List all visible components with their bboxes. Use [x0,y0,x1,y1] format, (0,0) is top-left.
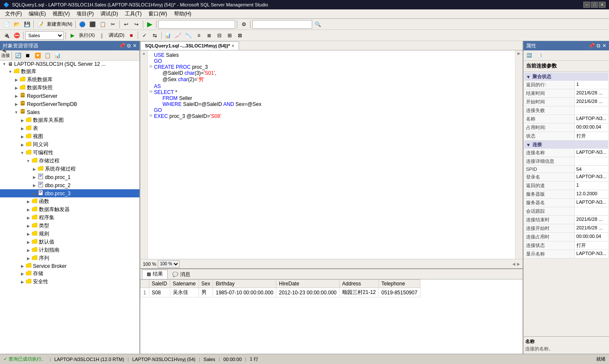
tree-node-proc3[interactable]: ▶dbo.proc_3 [0,189,139,197]
menu-item-d[interactable]: 调试(D) [97,9,121,18]
tree-node-tables[interactable]: ▶表 [0,124,139,132]
tree-expand-snapshots[interactable]: ▶ [13,86,20,90]
search-btn[interactable]: 🔍 [313,20,322,29]
tree-node-rules[interactable]: ▶规则 [0,230,139,238]
db-selector[interactable]: Sales [25,31,64,40]
exec-label[interactable]: 执行(X) [78,32,96,38]
parse-btn[interactable]: ✓ [140,31,149,40]
props-sort-btn[interactable]: 🔤 [524,51,534,60]
disconnect-btn[interactable]: ⛔ [12,31,21,40]
tree-node-types[interactable]: ▶类型 [0,222,139,230]
tree-expand-stored-procs[interactable]: ▼ [25,159,32,163]
setting-btn[interactable]: ⚙ [239,20,248,29]
collapse-btn-11[interactable]: ⊖ [148,113,154,117]
tree-node-reportserver[interactable]: ▶ReportServer [0,92,139,100]
tree-expand-diagrams[interactable]: ▶ [19,118,26,123]
tree-expand-service-broker[interactable]: ▶ [19,264,26,268]
new-query-label[interactable]: 新建查询(N) [46,21,74,27]
tree-expand-rules[interactable]: ▶ [25,232,32,236]
open-btn[interactable]: 📂 [12,20,21,29]
undo-btn[interactable]: ↩ [121,20,131,29]
save-btn[interactable]: 💾 [22,20,32,29]
props-close-icon[interactable]: ✕ [602,43,606,49]
stop-btn[interactable]: ■ [127,31,136,40]
tree-node-synonyms[interactable]: ▶同义词 [0,141,139,149]
tree-node-proc1[interactable]: ▶dbo.proc_1 [0,173,139,181]
scroll-left-arrow[interactable]: ◀ [512,262,515,266]
props-section-connection[interactable]: ▼连接 [524,141,608,149]
tb-b5[interactable]: ≣ [204,31,214,40]
tb-b8[interactable]: ⊠ [235,31,245,40]
tb-b1[interactable]: 📊 [163,31,173,40]
zoom-select[interactable]: 100 % [158,260,180,268]
exec-btn[interactable]: ▶ [68,31,77,40]
oe-connect-btn[interactable]: 🔌 连接· [1,51,10,60]
tree-expand-synonyms[interactable]: ▶ [19,143,26,147]
tree-node-functions[interactable]: ▶函数 [0,197,139,205]
editor-tab-main[interactable]: SQLQuery1.sql -...3SLOC1H\myj (54))* × [140,41,239,50]
scroll-right-arrow[interactable]: ▶ [517,262,520,266]
tree-node-programmability[interactable]: ▼可编程性 [0,149,139,157]
tree-node-reporttemp[interactable]: ▶ReportServerTempDB [0,100,139,108]
btn4[interactable]: ⬛ [88,20,97,29]
tree-node-proc2[interactable]: ▶dbo.proc_2 [0,181,139,189]
btn6[interactable]: ✂ [108,20,118,29]
tree-expand-programmability[interactable]: ▼ [19,151,26,155]
oe-stop-btn[interactable]: ⏹ [23,51,33,60]
tree-expand-security[interactable]: ▶ [19,280,26,284]
menu-item-e[interactable]: 编辑(E) [25,9,49,18]
tree-expand-functions[interactable]: ▶ [25,200,32,204]
collapse-btn-3[interactable]: ⊖ [148,64,154,68]
tree-node-sys-procs[interactable]: ▶系统存储过程 [0,165,139,173]
tree-expand-storage[interactable]: ▶ [19,272,26,276]
new-btn[interactable]: 📄 [2,20,11,29]
tb-b4[interactable]: ≡ [194,31,204,40]
tree-node-diagrams[interactable]: ▶数据库关系图 [0,116,139,124]
props-section-aggregate[interactable]: ▼聚合状态 [524,73,608,81]
tree-expand-defaults[interactable]: ▶ [25,240,32,244]
tb-b3[interactable]: 📉 [184,31,193,40]
props-pin-icon[interactable]: 📌 [588,43,595,49]
tree-expand-sequences[interactable]: ▶ [25,256,32,261]
tree-node-system-db[interactable]: ▶系统数据库 [0,76,139,84]
menu-item-t[interactable]: 工具(T) [121,9,145,18]
tree-node-stored-procs[interactable]: ▼存储过程 [0,157,139,165]
results-tab-results[interactable]: ▦ 结果 [142,270,168,279]
collapse-btn-7[interactable]: ⊖ [148,89,154,94]
float-icon[interactable]: ⧉ [127,43,131,49]
menu-item-w[interactable]: 窗口(W) [145,9,170,18]
tb-b2[interactable]: 📈 [174,31,183,40]
oe-summary-btn[interactable]: 📋 [43,51,52,60]
tree-node-assemblies[interactable]: ▶程序集 [0,214,139,222]
menu-item-p[interactable]: 项目(P) [73,9,97,18]
tb-b6[interactable]: ⊟ [215,31,224,40]
tree-expand-server[interactable]: ▼ [1,62,8,66]
run-btn[interactable]: ▶ [145,20,154,29]
tree-expand-views[interactable]: ▶ [19,135,26,139]
tree-node-service-broker[interactable]: ▶Service Broker [0,262,139,270]
results-tab-messages[interactable]: 💬 消息 [168,270,195,279]
tree-expand-proc1[interactable]: ▶ [31,175,38,179]
tree-expand-reportserver[interactable]: ▶ [13,94,20,98]
tree-expand-assemblies[interactable]: ▶ [25,216,32,220]
tree-node-sequences[interactable]: ▶序列 [0,254,139,262]
tree-node-plan-guides[interactable]: ▶计划指南 [0,246,139,254]
btn5[interactable]: 📋 [98,20,107,29]
tree-node-defaults[interactable]: ▶默认值 [0,238,139,246]
tree-node-sales[interactable]: ▼Sales [0,108,139,116]
tree-expand-sales[interactable]: ▼ [13,110,20,114]
debug-icon[interactable]: ‖ [97,31,106,40]
oe-filter-btn[interactable]: 🔽 [33,51,42,60]
tb-b7[interactable]: ⊞ [225,31,234,40]
tree-expand-reporttemp[interactable]: ▶ [13,102,20,106]
new-query-btn[interactable]: 📝 [35,20,45,29]
props-float-icon[interactable]: ⧉ [597,43,600,49]
menu-item-f[interactable]: 文件(F) [2,9,25,18]
tree-node-databases[interactable]: ▼数据库 [0,68,139,76]
redo-btn[interactable]: ↪ [132,20,141,29]
tree-node-views[interactable]: ▶视图 [0,132,139,141]
scroll-up-btn[interactable]: ▲ [142,51,146,56]
menu-item-h[interactable]: 帮助(H) [171,9,195,18]
close-icon[interactable]: ✕ [133,43,137,49]
tree-expand-plan-guides[interactable]: ▶ [25,248,32,252]
